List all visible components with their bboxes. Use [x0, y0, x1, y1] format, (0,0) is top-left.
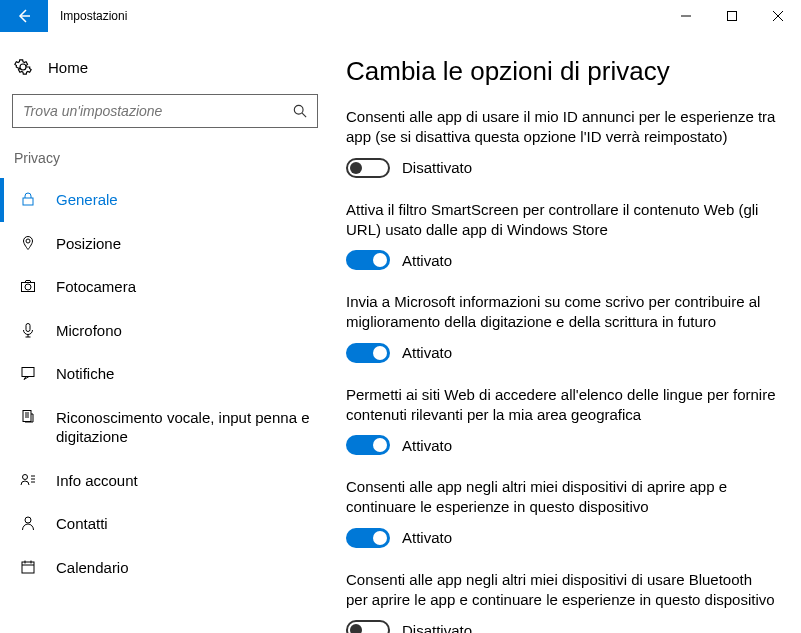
close-button[interactable]: [755, 0, 801, 32]
setting-description: Invia a Microsoft informazioni su come s…: [346, 292, 777, 333]
speech-icon: [18, 408, 38, 425]
nav-item-calendario[interactable]: Calendario: [0, 546, 330, 590]
nav-item-info[interactable]: Info account: [0, 459, 330, 503]
setting-description: Consenti alle app negli altri miei dispo…: [346, 477, 777, 518]
setting-2: Invia a Microsoft informazioni su come s…: [346, 292, 777, 363]
microphone-icon: [18, 321, 38, 338]
setting-description: Consenti alle app negli altri miei dispo…: [346, 570, 777, 611]
setting-description: Attiva il filtro SmartScreen per control…: [346, 200, 777, 241]
minimize-button[interactable]: [663, 0, 709, 32]
svg-rect-8: [23, 410, 31, 421]
setting-0: Consenti alle app di usare il mio ID ann…: [346, 107, 777, 178]
setting-4: Consenti alle app negli altri miei dispo…: [346, 477, 777, 548]
svg-point-3: [26, 239, 30, 243]
nav-item-label: Riconoscimento vocale, input penna e dig…: [56, 408, 316, 447]
sidebar: Home Privacy GeneralePosizioneFotocamera…: [0, 32, 330, 633]
svg-point-1: [294, 105, 303, 114]
nav-item-label: Info account: [56, 471, 316, 491]
toggle-row: Disattivato: [346, 158, 777, 178]
toggle-switch[interactable]: [346, 620, 390, 633]
svg-rect-6: [26, 323, 30, 331]
toggle-switch[interactable]: [346, 158, 390, 178]
toggle-row: Attivato: [346, 343, 777, 363]
toggle-state-label: Attivato: [402, 344, 452, 361]
setting-1: Attiva il filtro SmartScreen per control…: [346, 200, 777, 271]
nav-item-contatti[interactable]: Contatti: [0, 502, 330, 546]
home-link[interactable]: Home: [0, 52, 330, 94]
search-icon: [293, 104, 307, 118]
window-controls: [663, 0, 801, 32]
setting-description: Consenti alle app di usare il mio ID ann…: [346, 107, 777, 148]
nav-item-microfono[interactable]: Microfono: [0, 309, 330, 353]
toggle-state-label: Attivato: [402, 252, 452, 269]
nav-item-posizione[interactable]: Posizione: [0, 222, 330, 266]
home-label: Home: [48, 59, 88, 76]
page-heading: Cambia le opzioni di privacy: [346, 56, 777, 87]
account-info-icon: [18, 471, 38, 488]
maximize-icon: [727, 11, 737, 21]
window-title: Impostazioni: [48, 0, 663, 32]
nav-item-label: Contatti: [56, 514, 316, 534]
svg-rect-2: [23, 198, 33, 205]
svg-point-9: [23, 474, 28, 479]
svg-rect-11: [22, 562, 34, 573]
notifications-icon: [18, 364, 38, 381]
nav-item-label: Posizione: [56, 234, 316, 254]
toggle-switch[interactable]: [346, 343, 390, 363]
nav-item-riconoscimento[interactable]: Riconoscimento vocale, input penna e dig…: [0, 396, 330, 459]
toggle-state-label: Disattivato: [402, 159, 472, 176]
gear-icon: [14, 58, 32, 76]
nav-item-label: Generale: [56, 190, 316, 210]
svg-rect-7: [22, 368, 34, 377]
nav-item-label: Notifiche: [56, 364, 316, 384]
search-input[interactable]: [23, 103, 293, 119]
setting-5: Consenti alle app negli altri miei dispo…: [346, 570, 777, 634]
main-panel: Cambia le opzioni di privacy Consenti al…: [330, 32, 801, 633]
back-button[interactable]: [0, 0, 48, 32]
lock-icon: [18, 190, 38, 207]
location-icon: [18, 234, 38, 251]
svg-point-5: [25, 284, 31, 290]
contacts-icon: [18, 514, 38, 531]
nav-item-notifiche[interactable]: Notifiche: [0, 352, 330, 396]
setting-3: Permetti ai siti Web di accedere all'ele…: [346, 385, 777, 456]
toggle-switch[interactable]: [346, 250, 390, 270]
toggle-row: Attivato: [346, 528, 777, 548]
minimize-icon: [681, 11, 691, 21]
svg-rect-0: [728, 12, 737, 21]
toggle-switch[interactable]: [346, 528, 390, 548]
camera-icon: [18, 277, 38, 294]
toggle-state-label: Disattivato: [402, 622, 472, 634]
toggle-state-label: Attivato: [402, 437, 452, 454]
maximize-button[interactable]: [709, 0, 755, 32]
titlebar: Impostazioni: [0, 0, 801, 32]
svg-point-10: [25, 517, 31, 523]
search-box[interactable]: [12, 94, 318, 128]
nav-item-fotocamera[interactable]: Fotocamera: [0, 265, 330, 309]
setting-description: Permetti ai siti Web di accedere all'ele…: [346, 385, 777, 426]
toggle-state-label: Attivato: [402, 529, 452, 546]
nav-item-generale[interactable]: Generale: [0, 178, 330, 222]
nav-item-label: Calendario: [56, 558, 316, 578]
calendar-icon: [18, 558, 38, 575]
nav-item-label: Microfono: [56, 321, 316, 341]
toggle-row: Attivato: [346, 250, 777, 270]
toggle-row: Attivato: [346, 435, 777, 455]
section-label: Privacy: [0, 150, 330, 178]
close-icon: [773, 11, 783, 21]
nav-item-label: Fotocamera: [56, 277, 316, 297]
toggle-row: Disattivato: [346, 620, 777, 633]
toggle-switch[interactable]: [346, 435, 390, 455]
arrow-left-icon: [16, 8, 32, 24]
